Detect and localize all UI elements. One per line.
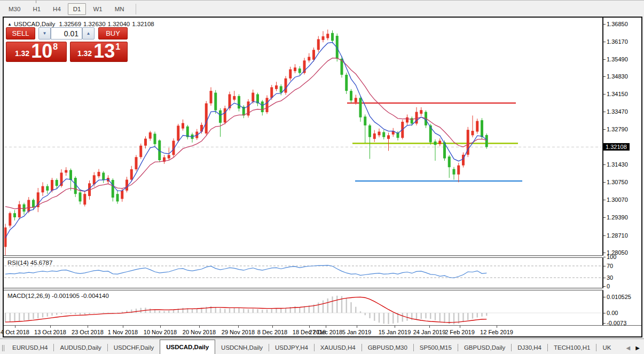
- sell-button[interactable]: SELL: [6, 27, 35, 40]
- macd-label: MACD(12,26,9) -0.001905 -0.004140: [7, 293, 109, 299]
- buy-price-main: 13: [93, 43, 115, 59]
- axis-tick: [603, 129, 606, 130]
- panel-splitter: [4, 290, 641, 290]
- axis-tick: [603, 278, 606, 278]
- collapse-triangle-icon[interactable]: ▲: [7, 22, 12, 27]
- rsi-chart-canvas[interactable]: [4, 258, 602, 288]
- date-tick: [460, 326, 460, 328]
- macd-axis-label: -0.0073: [607, 320, 626, 326]
- date-axis-label: 24 Jan 2019: [413, 329, 446, 335]
- date-tick: [88, 326, 88, 328]
- axis-tick: [603, 217, 606, 218]
- chart-tab-dj30-h4[interactable]: DJ30,H4: [512, 341, 547, 354]
- volume-increase-button[interactable]: ▲: [82, 27, 95, 40]
- date-axis-label: 4 Oct 2018: [1, 329, 29, 335]
- axis-tick: [603, 323, 606, 324]
- macd-axis-label: 0.00: [607, 310, 618, 316]
- axis-tick: [603, 257, 606, 257]
- trading-terminal: M30H1H4D1W1MN ▲USDCAD,Daily 1.325691.326…: [0, 0, 644, 354]
- price-axis-label: 1.30750: [607, 179, 628, 185]
- axis-tick: [603, 286, 606, 287]
- price-axis-label: 1.30070: [607, 196, 628, 203]
- date-tick: [357, 326, 357, 328]
- timeframe-button-h4[interactable]: H4: [48, 3, 66, 15]
- volume-decrease-button[interactable]: ▼: [38, 27, 51, 40]
- date-tick: [50, 326, 51, 328]
- date-tick: [497, 326, 497, 328]
- date-tick: [15, 326, 15, 328]
- axis-tick: [603, 266, 606, 266]
- axis-tick: [603, 182, 606, 183]
- price-axis-label: 1.34150: [607, 91, 628, 97]
- date-tick: [238, 326, 239, 328]
- tabs-scroll-right-icon[interactable]: ▶: [635, 345, 640, 351]
- price-axis-label: 1.32790: [607, 126, 628, 132]
- chart-tab-gbpusd-daily[interactable]: GBPUSD,Daily: [458, 341, 511, 354]
- axis-tick: [603, 297, 606, 297]
- date-axis-label: 2 Feb 2019: [445, 329, 475, 335]
- timeframe-toolbar: M30H1H4D1W1MN: [0, 0, 644, 17]
- price-axis-label: 1.35490: [607, 56, 628, 62]
- chart-tabs-bar: EURUSD,H4AUDUSD,DailyUSDCHF,DailyUSDCAD,…: [0, 339, 644, 354]
- price-axis-label: 1.34830: [607, 73, 628, 80]
- tabbar-splitter-handle[interactable]: [0, 342, 6, 354]
- timeframe-button-m30[interactable]: M30: [3, 3, 26, 15]
- macd-axis-label: 0.010525: [607, 294, 631, 300]
- sell-price-main: 10: [31, 43, 52, 59]
- chart-tab-usdcnh-daily[interactable]: USDCNH,Daily: [215, 341, 269, 354]
- chart-tab-xauusd-h4[interactable]: XAUUSD,H4: [315, 341, 362, 354]
- buy-quote-box[interactable]: 1.32 13 1: [70, 42, 128, 62]
- buy-button[interactable]: BUY: [98, 27, 128, 40]
- axis-tick: [603, 94, 606, 95]
- date-axis-label: 15 Jan 2019: [379, 329, 411, 335]
- chart-tab-eurusd-h4[interactable]: EURUSD,H4: [6, 341, 53, 354]
- axis-tick: [603, 200, 606, 200]
- price-axis-label: 1.36170: [607, 38, 628, 45]
- axis-tick: [603, 59, 606, 60]
- chart-tab-usdjpy-h4[interactable]: USDJPY,H4: [269, 341, 314, 354]
- date-axis-label: 29 Nov 2018: [222, 329, 255, 335]
- chart-tab-tech100-h1[interactable]: TECH100,H1: [548, 341, 596, 354]
- panel-splitter: [4, 257, 641, 258]
- sell-price-pip: 8: [53, 42, 58, 52]
- ohlc-high: 1.32630: [83, 21, 106, 27]
- timeframe-button-mn[interactable]: MN: [109, 3, 130, 15]
- volume-input[interactable]: [51, 27, 82, 40]
- price-axis-label: 1.29390: [607, 214, 628, 221]
- rsi-axis-label: 30: [607, 274, 613, 281]
- sell-price-prefix: 1.32: [15, 49, 29, 58]
- axis-tick: [603, 42, 606, 42]
- chart-tab-usdcad-daily[interactable]: USDCAD,Daily: [160, 340, 215, 354]
- date-axis-label: 8 Dec 2018: [257, 329, 287, 335]
- axis-tick: [603, 235, 606, 236]
- axis-tick: [603, 313, 606, 313]
- date-axis-label: 27 Dec 2018: [309, 329, 342, 335]
- axis-tick: [603, 112, 606, 112]
- sell-quote-box[interactable]: 1.32 10 8: [6, 42, 67, 62]
- price-axis-label: 1.33470: [607, 108, 628, 115]
- timeframe-button-d1[interactable]: D1: [68, 3, 87, 15]
- axis-tick: [603, 253, 606, 253]
- chart-tab-gbpusd-m30[interactable]: GBPUSD,M30: [362, 341, 413, 354]
- chart-tab-uk[interactable]: UK: [596, 341, 617, 354]
- chart-tab-usdchf-daily[interactable]: USDCHF,Daily: [108, 341, 160, 354]
- axis-tick: [603, 76, 606, 77]
- date-tick: [199, 326, 200, 328]
- chart-title: ▲USDCAD,Daily 1.325691.326301.320401.321…: [7, 21, 156, 27]
- current-price-tag: 1.32108: [603, 143, 630, 151]
- chart-tab-sp500-m15[interactable]: SP500,M15: [414, 341, 458, 354]
- rsi-label: RSI(14) 45.6787: [7, 259, 52, 266]
- timeframe-button-h1[interactable]: H1: [27, 3, 46, 15]
- date-tick: [309, 326, 310, 328]
- chevron-up-icon: ▲: [87, 31, 91, 36]
- date-axis-label: 10 Nov 2018: [144, 329, 177, 335]
- rsi-axis-label: 0: [607, 283, 610, 289]
- ohlc-low: 1.32040: [108, 21, 130, 27]
- date-axis-label: 5 Jan 2019: [342, 329, 371, 335]
- tabs-scroll-left-icon[interactable]: ◀: [626, 345, 631, 351]
- chart-tab-audusd-daily[interactable]: AUDUSD,Daily: [54, 341, 107, 354]
- date-tick: [326, 326, 326, 328]
- price-axis-label: 1.31430: [607, 161, 628, 168]
- timeframe-button-w1[interactable]: W1: [88, 3, 107, 15]
- date-axis-label: 20 Nov 2018: [183, 329, 216, 335]
